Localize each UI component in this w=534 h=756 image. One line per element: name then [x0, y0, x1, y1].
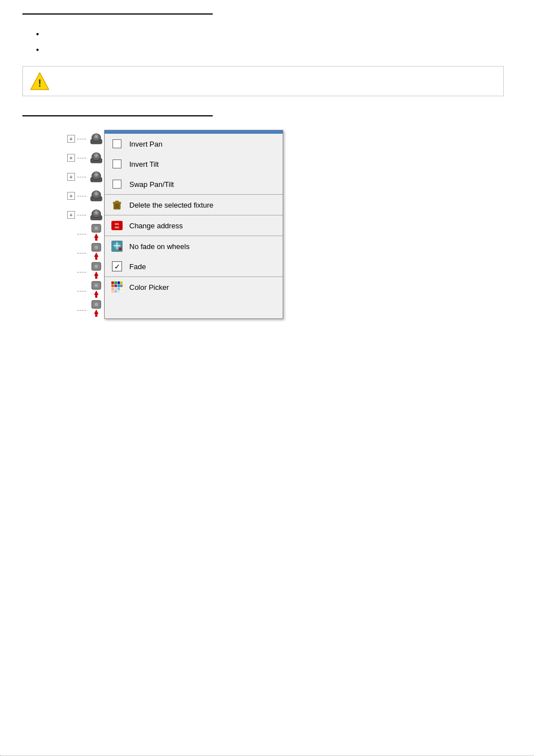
- svg-rect-70: [114, 290, 117, 293]
- svg-rect-59: [118, 281, 120, 284]
- dotted-line-s4: [77, 291, 86, 292]
- context-area: + +: [67, 130, 512, 319]
- scanner-icon-3: [88, 261, 104, 283]
- svg-point-9: [95, 154, 97, 157]
- svg-rect-37: [95, 295, 97, 298]
- svg-point-21: [95, 212, 97, 214]
- page: ! + +: [0, 0, 534, 330]
- bullet-item-2: [45, 41, 512, 57]
- svg-rect-25: [95, 238, 97, 241]
- svg-point-13: [95, 173, 97, 176]
- fixture-item-mh-5: +: [67, 206, 104, 224]
- color-picker-label: Color Picker: [129, 283, 169, 292]
- svg-rect-44: [115, 201, 119, 203]
- menu-item-delete[interactable]: Delete the selected fixture: [105, 195, 283, 215]
- scanner-icon-4: [88, 280, 104, 302]
- dotted-line-3: [77, 177, 86, 177]
- svg-marker-28: [94, 252, 99, 257]
- moving-head-icon-3: [88, 168, 104, 186]
- svg-marker-36: [94, 290, 99, 295]
- fixture-item-scan-5: [67, 301, 104, 319]
- moving-head-icon-5: [88, 206, 104, 224]
- plus-icon-1: +: [67, 135, 75, 143]
- fixture-item-mh-2: +: [67, 149, 104, 167]
- dotted-line-2: [77, 158, 86, 158]
- fixture-item-mh-4: +: [67, 187, 104, 205]
- svg-text:!: !: [38, 78, 41, 89]
- svg-rect-65: [111, 288, 114, 290]
- fixture-item-scan-3: [67, 263, 104, 281]
- context-menu: Invert Pan Invert Tilt Swap Pan/Tilt: [104, 130, 283, 319]
- swap-pan-tilt-label: Swap Pan/Tilt: [129, 180, 174, 189]
- svg-rect-66: [114, 288, 117, 290]
- svg-marker-24: [94, 233, 99, 238]
- fixture-item-mh-3: +: [67, 168, 104, 186]
- fixture-list: + +: [67, 130, 104, 319]
- svg-point-27: [94, 245, 99, 250]
- svg-text:002: 002: [115, 226, 119, 229]
- warning-icon: !: [30, 71, 50, 91]
- bullet-list: [45, 26, 512, 57]
- svg-rect-67: [118, 288, 120, 290]
- svg-rect-69: [111, 290, 114, 293]
- fixture-item-scan-1: [67, 225, 104, 243]
- plus-icon-4: +: [67, 192, 75, 200]
- invert-tilt-label: Invert Tilt: [129, 160, 159, 168]
- svg-text:001: 001: [115, 223, 119, 226]
- menu-item-invert-tilt[interactable]: Invert Tilt: [105, 154, 283, 174]
- svg-rect-68: [120, 288, 123, 290]
- moving-head-icon-2: [88, 149, 104, 167]
- menu-item-change-address[interactable]: 001 002 Change address: [105, 215, 283, 236]
- svg-rect-29: [95, 257, 97, 260]
- bullet-item-1: [45, 26, 512, 41]
- svg-point-35: [94, 283, 99, 288]
- change-address-icon: 001 002: [111, 220, 123, 231]
- dotted-line-4: [77, 196, 86, 196]
- invert-pan-label: Invert Pan: [129, 140, 162, 148]
- plus-icon-5: +: [67, 211, 75, 219]
- scanner-icon-1: [88, 223, 104, 245]
- svg-rect-57: [111, 281, 114, 284]
- delete-icon: [111, 199, 123, 210]
- dotted-line-5: [77, 215, 86, 215]
- fade-checkbox: ✓: [112, 261, 122, 271]
- svg-rect-71: [118, 290, 120, 293]
- plus-icon-3: +: [67, 173, 75, 181]
- fixture-item-scan-2: [67, 244, 104, 262]
- dotted-line-s2: [77, 253, 86, 253]
- svg-rect-64: [120, 284, 123, 287]
- invert-tilt-icon: [111, 158, 123, 170]
- color-picker-icon: [111, 281, 123, 293]
- svg-rect-61: [111, 284, 114, 287]
- menu-item-invert-pan[interactable]: Invert Pan: [105, 134, 283, 154]
- menu-item-swap-pan-tilt[interactable]: Swap Pan/Tilt: [105, 174, 283, 194]
- change-address-label: Change address: [129, 222, 182, 230]
- svg-rect-63: [118, 284, 120, 287]
- swap-pan-tilt-icon: [111, 179, 123, 190]
- svg-marker-40: [94, 309, 99, 314]
- checkbox-swap: [113, 180, 121, 189]
- menu-item-color-picker[interactable]: Color Picker: [105, 277, 283, 297]
- svg-rect-58: [114, 281, 117, 284]
- dotted-line-s3: [77, 272, 86, 273]
- svg-rect-62: [114, 284, 117, 287]
- svg-rect-72: [120, 290, 123, 293]
- svg-point-39: [94, 302, 99, 307]
- delete-label: Delete the selected fixture: [129, 201, 213, 209]
- svg-rect-60: [120, 281, 123, 284]
- menu-item-fade[interactable]: ✓ Fade: [105, 256, 283, 276]
- dotted-line-s1: [77, 234, 86, 234]
- svg-point-31: [94, 264, 99, 269]
- section2-header: [22, 113, 213, 116]
- checkbox-invert-tilt: [113, 159, 121, 168]
- fade-icon: ✓: [111, 261, 123, 272]
- moving-head-icon-1: [88, 130, 104, 148]
- svg-rect-33: [95, 276, 97, 279]
- svg-point-5: [95, 135, 97, 138]
- fade-label: Fade: [129, 262, 146, 271]
- checkbox-invert-pan: [113, 139, 121, 148]
- svg-point-17: [95, 192, 97, 195]
- menu-item-no-fade-wheels[interactable]: No fade on wheels: [105, 236, 283, 256]
- fixture-item-scan-4: [67, 282, 104, 300]
- no-fade-wheels-icon: [111, 241, 123, 252]
